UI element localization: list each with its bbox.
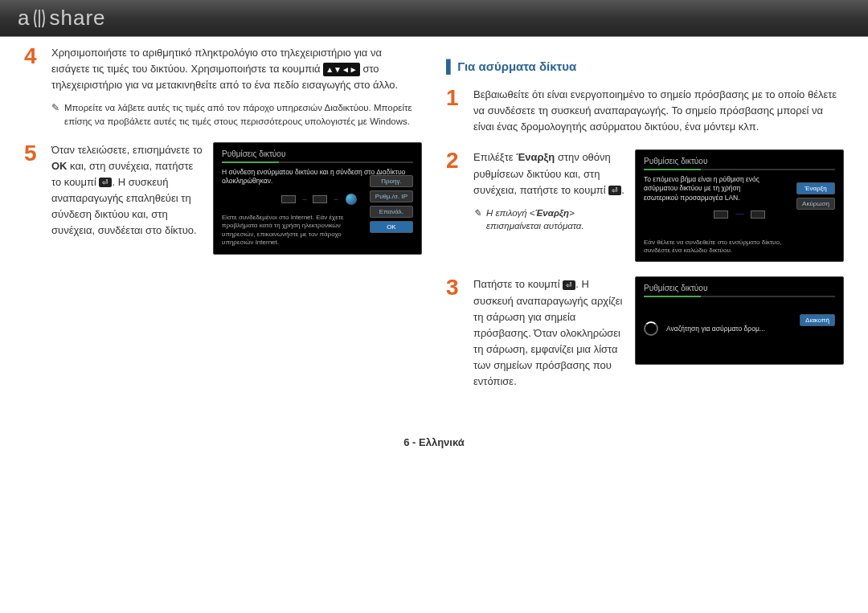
- ss-msg: Το επόμενο βήμα είναι η ρύθμιση ενός ασύ…: [644, 175, 772, 202]
- ss-cancel-button[interactable]: Ακύρωση: [796, 198, 835, 210]
- device-icon: [714, 210, 728, 219]
- screenshot-step5: Ρυθμίσεις δικτύου Η σύνδεση ενσύρματου δ…: [213, 142, 422, 255]
- left-column: 4 Χρησιμοποιήστε το αριθμητικό πληκτρολό…: [24, 45, 422, 404]
- step2-note: ✎ Η επιλογή <Έναρξη> επισημαίνεται αυτόμ…: [473, 206, 625, 232]
- enter-icon: ⏎: [99, 178, 112, 187]
- arrow-keys-icon: ▲▼◄►: [323, 63, 360, 77]
- ss-retry-button[interactable]: Επανάλ.: [370, 206, 413, 218]
- step-number: 5: [24, 142, 51, 255]
- ss-msg: Αναζήτηση για ασύρματο δρομ...: [666, 325, 765, 333]
- screenshot-step3: Ρυθμίσεις δικτύου Αναζήτηση για ασύρματο…: [635, 276, 844, 390]
- logo: a share: [18, 6, 106, 31]
- screenshot-step2: Ρυθμίσεις δικτύου Το επόμενο βήμα είναι …: [635, 149, 844, 262]
- ss-footer: Είστε συνδεδεμένοι στο Internet. Εάν έχε…: [222, 214, 365, 247]
- spinner-icon: [644, 321, 658, 336]
- page-footer: 6 - Ελληνικά: [0, 436, 868, 448]
- ss-title: Ρυθμίσεις δικτύου: [644, 284, 835, 292]
- device-icon: [281, 195, 296, 203]
- ss-stop-button[interactable]: Διακοπή: [800, 314, 835, 326]
- note-icon: ✎: [473, 206, 481, 232]
- ss-title: Ρυθμίσεις δικτύου: [644, 157, 835, 166]
- step-5: 5 Όταν τελειώσετε, επισημάνετε το OK και…: [24, 142, 422, 255]
- content: 4 Χρησιμοποιήστε το αριθμητικό πληκτρολό…: [0, 37, 868, 420]
- section-title: ▌Για ασύρματα δίκτυα: [446, 59, 844, 74]
- ss-title: Ρυθμίσεις δικτύου: [222, 149, 413, 158]
- globe-icon: [346, 194, 357, 205]
- router-icon: [313, 195, 327, 203]
- enter-icon: ⏎: [563, 280, 575, 290]
- ss-start-button[interactable]: Έναρξη: [796, 182, 835, 194]
- step-1: 1 Βεβαιωθείτε ότι είναι ενεργοποιημένο τ…: [446, 87, 844, 135]
- right-column: ▌Για ασύρματα δίκτυα 1 Βεβαιωθείτε ότι ε…: [446, 45, 844, 404]
- ss-prev-button[interactable]: Προηγ.: [370, 175, 413, 187]
- step4-note: ✎ Μπορείτε να λάβετε αυτές τις τιμές από…: [51, 101, 422, 127]
- step-number: 4: [24, 45, 51, 128]
- logo-bars-icon: [31, 8, 47, 29]
- step-number: 3: [446, 276, 473, 390]
- ss-ok-button[interactable]: OK: [370, 221, 413, 233]
- step-2: 2 Επιλέξτε Έναρξη στην οθόνη ρυθμίσεων δ…: [446, 149, 844, 262]
- enter-icon: ⏎: [608, 186, 621, 195]
- step-number: 1: [446, 87, 473, 135]
- ss-ip-button[interactable]: Ρυθμ./σ. IP: [370, 190, 413, 202]
- step-4: 4 Χρησιμοποιήστε το αριθμητικό πληκτρολό…: [24, 45, 422, 128]
- step-number: 2: [446, 149, 473, 262]
- note-icon: ✎: [51, 101, 59, 127]
- header: a share: [0, 0, 868, 37]
- ss-footer: Εάν θέλετε να συνδεθείτε στο ενσύρματο δ…: [644, 239, 787, 255]
- router-icon: [751, 210, 765, 219]
- step-3: 3 Πατήστε το κουμπί ⏎. Η συσκευή αναπαρα…: [446, 276, 844, 390]
